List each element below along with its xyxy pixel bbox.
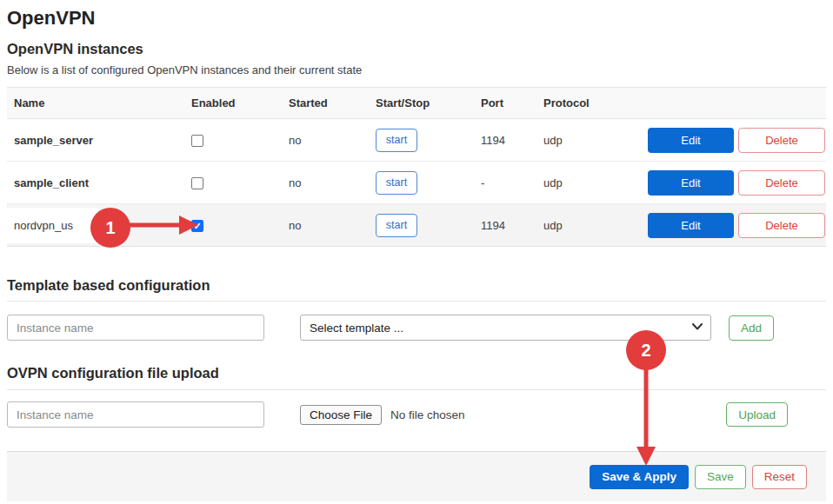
table-row: sample_server no start 1194 udp EditDele…	[7, 119, 826, 162]
template-select-wrap: Select template ...	[300, 315, 711, 341]
edit-button[interactable]: Edit	[648, 213, 734, 238]
started-status: no	[289, 119, 376, 162]
port-value: -	[481, 162, 543, 204]
column-header-port: Port	[481, 88, 543, 119]
started-status: no	[289, 162, 376, 204]
template-section-heading: Template based configuration	[7, 277, 826, 294]
edit-button[interactable]: Edit	[648, 170, 734, 196]
column-header-start-stop: Start/Stop	[376, 88, 481, 119]
upload-form-row: Choose File No file chosen Upload	[7, 401, 826, 428]
choose-file-button[interactable]: Choose File	[300, 405, 382, 425]
start-button[interactable]: start	[376, 171, 417, 195]
footer-action-bar: Save & Apply Save Reset	[7, 451, 826, 501]
instances-table: Name Enabled Started Start/Stop Port Pro…	[7, 87, 826, 247]
edit-button[interactable]: Edit	[648, 128, 734, 153]
column-header-enabled: Enabled	[191, 88, 289, 119]
divider	[7, 389, 826, 390]
template-instance-name-input[interactable]	[7, 315, 264, 341]
template-select[interactable]: Select template ...	[300, 315, 711, 341]
started-status: no	[289, 204, 376, 247]
instance-name: nordvpn_us	[7, 208, 98, 243]
file-input-group: Choose File No file chosen	[300, 405, 465, 425]
save-button[interactable]: Save	[695, 465, 746, 489]
enabled-checkbox[interactable]	[191, 220, 203, 232]
instances-description: Below is a list of configured OpenVPN in…	[7, 63, 826, 76]
start-button[interactable]: start	[376, 129, 417, 152]
page-title: OpenVPN	[7, 7, 826, 29]
instance-name: sample_client	[7, 162, 191, 204]
delete-button[interactable]: Delete	[738, 170, 825, 196]
reset-button[interactable]: Reset	[752, 465, 807, 489]
template-form-row: Select template ... Add	[7, 315, 826, 341]
start-button[interactable]: start	[376, 214, 417, 237]
column-header-started: Started	[289, 88, 376, 119]
file-status-text: No file chosen	[390, 408, 465, 421]
annotation-label-2: 2	[641, 341, 650, 360]
port-value: 1194	[481, 204, 543, 247]
table-row: sample_client no start - udp EditDelete	[7, 162, 826, 204]
save-apply-button[interactable]: Save & Apply	[590, 465, 689, 489]
protocol-value: udp	[543, 162, 643, 204]
column-header-protocol: Protocol	[543, 88, 643, 119]
enabled-checkbox[interactable]	[191, 177, 203, 189]
instance-name: sample_server	[7, 119, 191, 162]
delete-button[interactable]: Delete	[738, 213, 825, 238]
table-row: nordvpn_us no start 1194 udp EditDelete	[7, 204, 826, 247]
protocol-value: udp	[543, 204, 643, 247]
add-button[interactable]: Add	[729, 315, 774, 341]
upload-button[interactable]: Upload	[726, 402, 788, 427]
port-value: 1194	[481, 119, 543, 162]
table-header-row: Name Enabled Started Start/Stop Port Pro…	[7, 88, 826, 119]
enabled-checkbox[interactable]	[191, 135, 203, 147]
instances-heading: OpenVPN instances	[7, 41, 826, 57]
protocol-value: udp	[543, 119, 643, 162]
divider	[7, 301, 826, 302]
delete-button[interactable]: Delete	[738, 128, 825, 153]
upload-instance-name-input[interactable]	[7, 401, 264, 428]
column-header-actions	[643, 88, 826, 119]
upload-section-heading: OVPN configuration file upload	[7, 365, 826, 381]
column-header-name: Name	[7, 88, 191, 119]
